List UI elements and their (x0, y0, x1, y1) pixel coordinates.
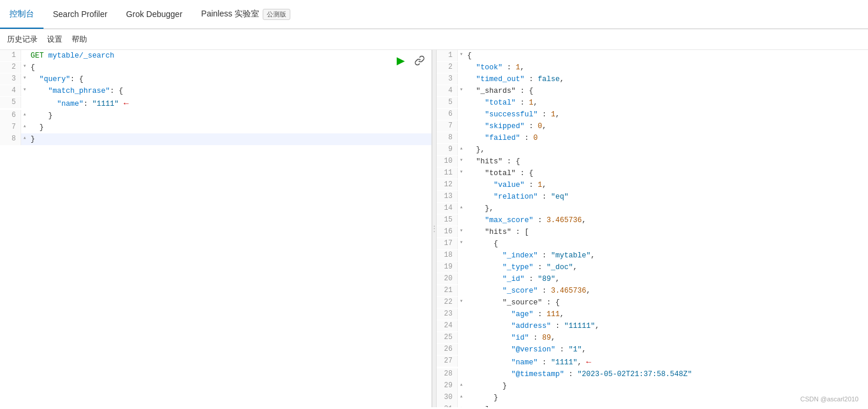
table-row: 10▾ "hits" : { (437, 156, 868, 167)
table-row: 6▴ } (0, 110, 431, 122)
line-number: 5 (437, 97, 458, 108)
line-number: 8 (0, 133, 21, 145)
line-number: 27 (437, 356, 458, 367)
line-number: 29 (437, 380, 458, 391)
line-number: 8 (437, 132, 458, 143)
line-number: 26 (437, 344, 458, 355)
table-row: 7 "skipped" : 0, (437, 120, 868, 132)
tab-search-profiler[interactable]: Search Profiler (43, 1, 117, 29)
table-row: 1▾{ (437, 50, 868, 62)
line-content: } (28, 133, 431, 145)
line-content: "match_phrase": { (28, 85, 431, 97)
table-row: 28 "@timestamp" : "2023-05-02T21:37:58.5… (437, 368, 868, 380)
fold-arrow[interactable]: ▾ (21, 73, 28, 83)
line-number: 14 (437, 203, 458, 214)
editor-code-area[interactable]: 1GET mytable/_search2▾{3▾ "query": {4▾ "… (0, 50, 431, 407)
fold-arrow[interactable]: ▴ (458, 392, 465, 401)
line-content: "@timestamp" : "2023-05-02T21:37:58.548Z… (465, 368, 868, 380)
line-content: "total" : { (465, 167, 868, 179)
editor-toolbar: ▶ (394, 53, 427, 68)
table-row: 25 "id" : 89, (437, 332, 868, 344)
response-panel: 1▾{2 "took" : 1,3 "timed_out" : false,4▾… (437, 50, 868, 407)
fold-arrow[interactable]: ▴ (21, 110, 28, 119)
run-button[interactable]: ▶ (394, 53, 408, 68)
line-number: 9 (437, 144, 458, 155)
history-link[interactable]: 历史记录 (7, 34, 38, 45)
line-number: 28 (437, 368, 458, 380)
fold-arrow[interactable]: ▴ (21, 133, 28, 143)
fold-arrow[interactable]: ▾ (458, 167, 465, 177)
table-row: 1GET mytable/_search (0, 50, 431, 62)
line-number: 30 (437, 392, 458, 403)
help-link[interactable]: 帮助 (72, 34, 87, 45)
tab-painless-lab[interactable]: Painless 实验室 公测版 (192, 1, 300, 29)
line-content: "hits" : [ (465, 226, 868, 238)
line-number: 25 (437, 332, 458, 343)
fold-arrow[interactable]: ▴ (458, 203, 465, 212)
line-content: "skipped" : 0, (465, 120, 868, 132)
fold-arrow[interactable]: ▾ (458, 50, 465, 59)
editor-panel: ▶ 1GET mytable/_search2▾{3▾ "query": {4▾… (0, 50, 432, 407)
table-row: 12 "value" : 1, (437, 179, 868, 191)
line-content: "name" : "1111", ← (465, 356, 868, 368)
fold-arrow[interactable]: ▾ (458, 297, 465, 306)
table-row: 27 "name" : "1111", ← (437, 356, 868, 368)
table-row: 2▾{ (0, 62, 431, 73)
fold-arrow[interactable]: ▴ (21, 122, 28, 131)
line-content: "query": { (28, 73, 431, 85)
line-number: 4 (437, 85, 458, 96)
table-row: 21 "_score" : 3.465736, (437, 285, 868, 297)
table-row: 20 "_id" : "89", (437, 273, 868, 285)
line-content: { (465, 50, 868, 62)
line-number: 1 (437, 50, 458, 61)
table-row: 9▴ }, (437, 144, 868, 156)
line-number: 6 (437, 109, 458, 120)
line-content: "_source" : { (465, 297, 868, 309)
line-number: 22 (437, 297, 458, 308)
table-row: 23 "age" : 111, (437, 309, 868, 320)
table-row: 13 "relation" : "eq" (437, 191, 868, 203)
table-row: 4▾ "_shards" : { (437, 85, 868, 97)
panel-divider[interactable]: ⋮ (432, 50, 437, 407)
settings-link[interactable]: 设置 (47, 34, 62, 45)
fold-arrow[interactable]: ▾ (458, 238, 465, 247)
table-row: 4▾ "match_phrase": { (0, 85, 431, 97)
line-content: "value" : 1, (465, 179, 868, 191)
tab-grok-debugger[interactable]: Grok Debugger (117, 1, 192, 29)
line-content: "_index" : "mytable", (465, 250, 868, 262)
top-navigation: 控制台 Search Profiler Grok Debugger Painle… (0, 0, 868, 29)
table-row: 8▴} (0, 133, 431, 145)
fold-arrow[interactable]: ▴ (458, 380, 465, 390)
line-content: } (28, 110, 431, 122)
fold-arrow[interactable]: ▾ (458, 156, 465, 165)
line-number: 3 (0, 73, 21, 85)
table-row: 8 "failed" : 0 (437, 132, 868, 144)
fold-arrow[interactable]: ▴ (458, 144, 465, 153)
fold-arrow[interactable]: ▴ (458, 404, 465, 407)
response-code-area[interactable]: 1▾{2 "took" : 1,3 "timed_out" : false,4▾… (437, 50, 868, 407)
table-row: 5 "name": "1111" ← (0, 97, 431, 110)
line-content: ] (465, 404, 868, 407)
line-number: 2 (0, 62, 21, 73)
line-content: "@version" : "1", (465, 344, 868, 356)
line-content: "total" : 1, (465, 97, 868, 109)
fold-arrow[interactable]: ▾ (21, 85, 28, 95)
line-number: 6 (0, 110, 21, 121)
table-row: 29▴ } (437, 380, 868, 392)
table-row: 3▾ "query": { (0, 73, 431, 85)
painless-badge: 公测版 (263, 9, 290, 20)
copy-as-curl-button[interactable] (413, 53, 427, 68)
line-content: "_type" : "_doc", (465, 262, 868, 273)
line-number: 31 (437, 404, 458, 407)
fold-arrow[interactable]: ▾ (21, 62, 28, 71)
line-content: "name": "1111" ← (28, 97, 431, 110)
fold-arrow[interactable]: ▾ (458, 85, 465, 95)
table-row: 19 "_type" : "_doc", (437, 262, 868, 273)
main-content: ▶ 1GET mytable/_search2▾{3▾ "query": {4▾… (0, 50, 868, 407)
fold-arrow[interactable]: ▾ (458, 226, 465, 236)
table-row: 11▾ "total" : { (437, 167, 868, 179)
tab-console[interactable]: 控制台 (0, 1, 43, 29)
table-row: 31▴ ] (437, 404, 868, 407)
line-content: "address" : "11111", (465, 320, 868, 332)
table-row: 18 "_index" : "mytable", (437, 250, 868, 262)
